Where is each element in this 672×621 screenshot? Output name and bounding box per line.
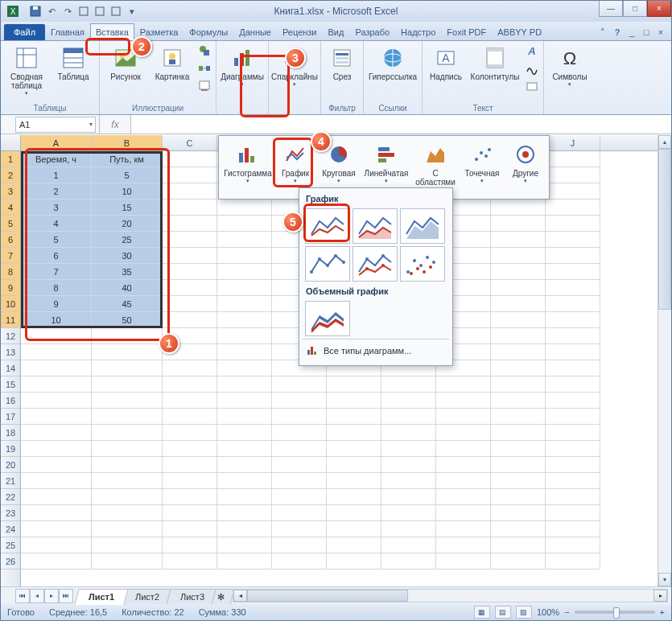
line-3d-subtype[interactable]	[305, 301, 350, 336]
cell-A7[interactable]: 6	[21, 248, 92, 264]
workbook-restore-icon[interactable]: □	[641, 27, 652, 38]
charts-button[interactable]: Диаграммы ▾	[220, 43, 265, 90]
cell-A18[interactable]	[21, 425, 92, 441]
cell-A20[interactable]	[21, 457, 92, 473]
row-header-24[interactable]: 24	[1, 521, 20, 537]
cell-I24[interactable]	[491, 521, 546, 537]
fx-button[interactable]: fx	[99, 115, 131, 134]
cell-A26[interactable]	[21, 553, 92, 570]
cell-H24[interactable]	[436, 521, 491, 537]
cell-J10[interactable]	[546, 296, 600, 312]
tab-рецензи[interactable]: Рецензи	[277, 23, 323, 40]
cell-C2[interactable]	[163, 167, 217, 183]
excel-icon[interactable]: X	[6, 4, 20, 19]
cell-D10[interactable]	[217, 296, 272, 312]
row-header-26[interactable]: 26	[1, 553, 20, 570]
cell-B3[interactable]: 10	[92, 183, 163, 199]
cell-H21[interactable]	[436, 473, 491, 489]
cell-H22[interactable]	[436, 489, 491, 505]
cell-J25[interactable]	[546, 537, 600, 553]
row-header-25[interactable]: 25	[1, 537, 20, 553]
cell-F20[interactable]	[327, 457, 381, 473]
object-button[interactable]	[524, 78, 540, 94]
cell-H26[interactable]	[436, 553, 491, 570]
line-subtype-1[interactable]	[305, 208, 350, 244]
cell-B25[interactable]	[92, 537, 163, 553]
view-layout-button[interactable]: ▤	[495, 606, 511, 619]
file-tab[interactable]: Файл	[4, 24, 45, 40]
cell-F23[interactable]	[327, 505, 381, 521]
zoom-out-button[interactable]: −	[564, 607, 569, 617]
cell-J15[interactable]	[546, 376, 600, 393]
cell-A2[interactable]: 1	[21, 167, 92, 183]
cell-C26[interactable]	[163, 553, 217, 570]
cell-B5[interactable]: 20	[92, 216, 163, 232]
help-icon[interactable]: ?	[612, 27, 623, 38]
cell-B1[interactable]: Путь, км	[92, 151, 163, 167]
row-header-2[interactable]: 2	[1, 167, 20, 183]
cell-H16[interactable]	[436, 393, 491, 409]
cell-D8[interactable]	[217, 264, 272, 280]
cell-B6[interactable]: 25	[92, 232, 163, 248]
cell-B7[interactable]: 30	[92, 248, 163, 264]
cell-J8[interactable]	[546, 264, 600, 280]
cell-B14[interactable]	[92, 360, 163, 376]
cell-D24[interactable]	[217, 521, 272, 537]
cell-I12[interactable]	[491, 328, 546, 344]
cell-E22[interactable]	[272, 489, 327, 505]
cell-G20[interactable]	[381, 457, 436, 473]
cell-E17[interactable]	[272, 409, 327, 425]
cell-J12[interactable]	[546, 328, 600, 344]
tab-данные[interactable]: Данные	[233, 23, 277, 40]
symbols-button[interactable]: Ω Символы ▾	[547, 43, 592, 90]
sheet-prev-button[interactable]: ◂	[30, 589, 44, 603]
cell-C19[interactable]	[163, 441, 217, 457]
row-header-20[interactable]: 20	[1, 457, 20, 473]
cell-F21[interactable]	[327, 473, 381, 489]
cell-A4[interactable]: 3	[21, 199, 92, 216]
cell-C7[interactable]	[163, 248, 217, 264]
cell-D15[interactable]	[217, 376, 272, 393]
cell-H18[interactable]	[436, 425, 491, 441]
cell-J11[interactable]	[546, 312, 600, 328]
cell-F16[interactable]	[327, 393, 381, 409]
cell-D21[interactable]	[217, 473, 272, 489]
column-header-B[interactable]: B	[92, 135, 163, 150]
row-header-14[interactable]: 14	[1, 360, 20, 376]
cell-A23[interactable]	[21, 505, 92, 521]
cell-D14[interactable]	[217, 360, 272, 376]
view-pagebreak-button[interactable]: ▧	[516, 606, 532, 619]
chart-scatter-button[interactable]: Точечная▾	[460, 139, 504, 195]
cell-F19[interactable]	[327, 441, 381, 457]
row-header-10[interactable]: 10	[1, 296, 20, 312]
cell-J16[interactable]	[546, 393, 600, 409]
cell-I16[interactable]	[491, 393, 546, 409]
cell-B9[interactable]: 40	[92, 280, 163, 296]
cell-C18[interactable]	[163, 425, 217, 441]
cell-D5[interactable]	[217, 216, 272, 232]
row-header-6[interactable]: 6	[1, 232, 20, 248]
cell-A5[interactable]: 4	[21, 216, 92, 232]
minimize-ribbon-icon[interactable]: ˄	[597, 27, 608, 38]
cell-A15[interactable]	[21, 376, 92, 393]
cell-C10[interactable]	[163, 296, 217, 312]
signature-button[interactable]	[524, 60, 540, 76]
cell-B13[interactable]	[92, 344, 163, 360]
line-subtype-4[interactable]	[305, 246, 350, 282]
cell-C5[interactable]	[163, 216, 217, 232]
row-header-17[interactable]: 17	[1, 409, 20, 425]
wordart-button[interactable]: A	[524, 43, 540, 59]
cell-I18[interactable]	[491, 425, 546, 441]
cell-B2[interactable]: 5	[92, 167, 163, 183]
cell-B15[interactable]	[92, 376, 163, 393]
cell-E25[interactable]	[272, 537, 327, 553]
cell-I25[interactable]	[491, 537, 546, 553]
name-box[interactable]: A1	[15, 117, 96, 133]
cell-F17[interactable]	[327, 409, 381, 425]
cell-I9[interactable]	[491, 280, 546, 296]
cell-B17[interactable]	[92, 409, 163, 425]
cell-C4[interactable]	[163, 199, 217, 216]
cell-J6[interactable]	[546, 232, 600, 248]
cell-B10[interactable]: 45	[92, 296, 163, 312]
cell-E16[interactable]	[272, 393, 327, 409]
